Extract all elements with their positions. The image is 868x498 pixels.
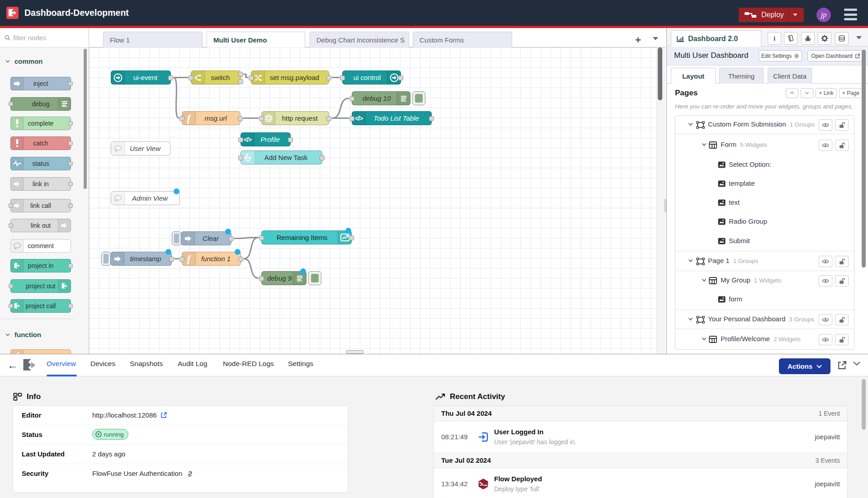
palette-node-catch[interactable]: catch xyxy=(10,136,71,150)
flow-list-caret-icon[interactable] xyxy=(653,37,658,40)
palette-node-project-call[interactable]: project call xyxy=(10,299,71,313)
add-link-button[interactable]: + Link xyxy=(816,88,837,98)
flowfuse-logo-icon[interactable] xyxy=(6,7,19,19)
tree-row-radio-group[interactable]: Radio Group xyxy=(675,212,854,231)
tab-dashboard-2[interactable]: Dashboard 2.0 xyxy=(671,30,761,47)
chevron-down-icon[interactable] xyxy=(702,143,707,146)
bottom-scrollbar[interactable] xyxy=(862,379,866,430)
lock-button[interactable] xyxy=(835,119,849,131)
flow-node-remaining-items[interactable]: Remaining Items xyxy=(261,230,352,244)
visibility-button[interactable] xyxy=(819,256,832,267)
move-up-button[interactable] xyxy=(786,88,798,98)
flow-tab-Custom-Forms[interactable]: Custom Forms xyxy=(413,32,512,47)
chevron-down-icon[interactable] xyxy=(688,317,693,321)
palette-node-status[interactable]: status xyxy=(10,157,71,170)
tree-row-profile-welcome[interactable]: Profile/Welcome2 Widgets xyxy=(675,329,854,349)
tab-theming[interactable]: Theming xyxy=(719,68,764,84)
lock-button[interactable] xyxy=(835,275,849,287)
flow-tab-Multi-User-Demo[interactable]: Multi User Demo xyxy=(207,32,305,48)
tree-row-my-group[interactable]: My Group1 Widgets xyxy=(675,271,854,290)
palette-node-link-out[interactable]: link out xyxy=(10,219,71,232)
tree-row-page-1[interactable]: Page 11 Groups xyxy=(675,251,854,271)
flow-node-function-1[interactable]: ffunction 1 xyxy=(182,252,241,266)
instance-tab-snapshots[interactable]: Snapshots xyxy=(130,360,163,368)
palette-category-function[interactable]: function xyxy=(0,331,74,338)
flow-node-admin-view[interactable]: Admin View xyxy=(111,191,180,205)
palette-node-project-out[interactable]: project out xyxy=(10,279,71,293)
move-down-button[interactable] xyxy=(801,88,813,98)
tab-client-data[interactable]: Client Data xyxy=(768,68,812,84)
tree-row-your-personal-dashboard[interactable]: Your Personal Dashboard3 Groups xyxy=(675,310,854,329)
chevron-down-icon[interactable] xyxy=(688,122,693,126)
menu-icon[interactable] xyxy=(844,9,857,20)
debug-toggle-button[interactable] xyxy=(308,271,321,285)
context-tab-icon[interactable] xyxy=(835,32,849,45)
flow-node-user-view[interactable]: User View xyxy=(111,141,170,155)
chevron-down-icon[interactable] xyxy=(688,259,693,263)
bottom-resize-grip[interactable] xyxy=(346,350,364,354)
palette-node-link-in[interactable]: link in xyxy=(10,177,71,191)
chevron-down-icon[interactable] xyxy=(702,337,707,341)
flow-node-todo-list-table[interactable]: </>Todo List Table xyxy=(352,111,432,125)
palette-node-complete[interactable]: complete xyxy=(10,117,71,130)
lock-button[interactable] xyxy=(835,256,849,267)
visibility-button[interactable] xyxy=(819,119,832,131)
help-tab-icon[interactable] xyxy=(784,32,797,45)
visibility-button[interactable] xyxy=(819,314,832,325)
editor-link[interactable]: http://localhost:12086 xyxy=(92,411,167,419)
canvas-scrollbar[interactable] xyxy=(658,47,662,100)
flow-tab-Flow-1[interactable]: Flow 1 xyxy=(103,32,203,47)
instance-tab-node-red-logs[interactable]: Node-RED Logs xyxy=(223,360,274,368)
collapse-panel-icon[interactable] xyxy=(853,361,861,366)
deploy-button[interactable]: Deploy xyxy=(739,8,804,22)
palette-node-debug[interactable]: debug xyxy=(10,97,71,111)
flow-node-clear[interactable]: Clear xyxy=(181,231,231,245)
lock-button[interactable] xyxy=(835,334,849,345)
lock-button[interactable] xyxy=(835,314,849,325)
flow-canvas[interactable]: ui-event switch set msg.payload ui contr… xyxy=(89,47,656,354)
flow-node-profile[interactable]: </>Profile xyxy=(241,132,291,146)
flow-node-set-msg-payload[interactable]: set msg.payload xyxy=(251,70,329,85)
flow-node-ui-event[interactable]: ui-event xyxy=(111,70,171,85)
tree-row-custom-form-submission[interactable]: Custom Form Submission1 Groups xyxy=(675,116,854,134)
edit-settings-button[interactable]: Edit Settings xyxy=(759,50,802,61)
tree-row-text[interactable]: text xyxy=(675,193,854,212)
tree-row-select-option-[interactable]: Select Option: xyxy=(675,155,854,174)
config-tab-icon[interactable] xyxy=(818,32,831,45)
tree-row-template[interactable]: template xyxy=(675,174,854,193)
tree-row-form[interactable]: Form5 Widgets xyxy=(675,134,854,155)
flow-node-switch[interactable]: switch xyxy=(191,70,241,85)
info-tab-icon[interactable]: i xyxy=(768,32,781,45)
open-dashboard-button[interactable]: Open Dashboard xyxy=(807,50,864,61)
inject-button[interactable] xyxy=(101,252,111,266)
flow-node-debug-10[interactable]: debug 10 xyxy=(352,91,410,105)
flow-node-msg-url[interactable]: fmsg.url xyxy=(182,111,241,125)
flow-node-debug-9[interactable]: debug 9 xyxy=(261,271,307,285)
palette-node-project-in[interactable]: project in xyxy=(10,259,71,272)
palette-scrollbar[interactable] xyxy=(84,49,87,189)
deploy-caret-icon[interactable] xyxy=(793,14,797,16)
visibility-button[interactable] xyxy=(819,334,832,345)
debug-toggle-button[interactable] xyxy=(412,91,425,105)
instance-tab-audit-log[interactable]: Audit Log xyxy=(178,360,208,368)
tree-row-form[interactable]: form xyxy=(675,290,854,310)
debug-tab-icon[interactable] xyxy=(801,32,815,45)
inject-button[interactable] xyxy=(172,231,181,245)
palette-node-inject[interactable]: inject xyxy=(10,77,71,90)
sidebar-menu-caret-icon[interactable] xyxy=(856,36,862,39)
back-button[interactable]: ← xyxy=(7,359,18,371)
flow-node-add-new-task[interactable]: Add New Task xyxy=(241,150,322,164)
actions-button[interactable]: Actions xyxy=(779,358,830,374)
visibility-button[interactable] xyxy=(819,275,832,287)
add-page-button[interactable]: + Page xyxy=(839,88,863,98)
instance-tab-devices[interactable]: Devices xyxy=(90,360,115,368)
avatar[interactable]: jp xyxy=(816,8,831,22)
palette-node-function[interactable]: f xyxy=(10,349,71,354)
flow-node-http-request[interactable]: http request xyxy=(261,111,329,125)
lock-button[interactable] xyxy=(835,140,849,151)
palette-filter-input[interactable]: filter nodes xyxy=(0,28,89,47)
open-editor-icon[interactable] xyxy=(837,360,847,370)
flow-node-ui-control[interactable]: ui control xyxy=(342,70,401,85)
palette-category-common[interactable]: common xyxy=(0,57,74,65)
palette-node-comment[interactable]: comment xyxy=(10,239,71,253)
